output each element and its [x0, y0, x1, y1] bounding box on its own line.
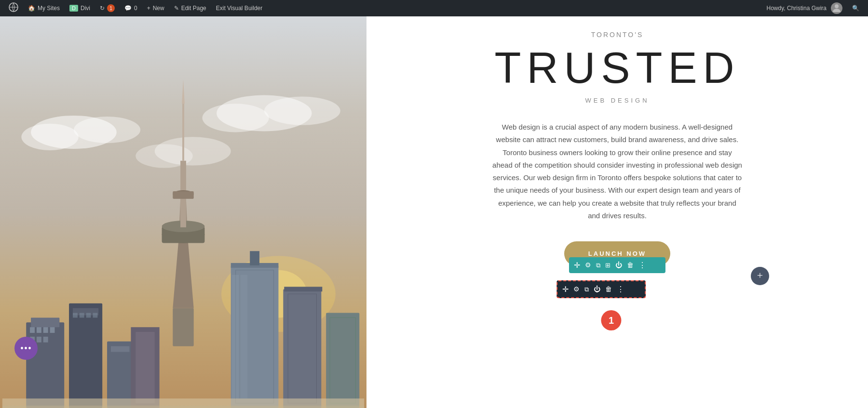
comments-count: 0: [134, 5, 137, 12]
page-content: ••• TORONTO'S TRUSTED WEB DESIGN Web des…: [0, 16, 868, 408]
svg-rect-49: [326, 313, 359, 408]
hero-subtitle-bottom: WEB DESIGN: [585, 97, 649, 104]
dots-icon: •••: [20, 343, 32, 354]
options-button[interactable]: •••: [14, 337, 38, 360]
svg-point-1: [835, 4, 839, 8]
toolbar-grid-icon[interactable]: ⊞: [605, 262, 610, 269]
svg-rect-48: [284, 287, 322, 291]
svg-rect-54: [2, 406, 364, 408]
svg-rect-31: [43, 337, 48, 342]
wordpress-icon: [9, 2, 18, 14]
inner-toolbar-copy-icon[interactable]: ⧉: [584, 286, 589, 293]
inner-toolbar-delete-icon[interactable]: 🗑: [605, 286, 612, 293]
my-sites-label: My Sites: [38, 5, 60, 12]
hero-description: Web design is a crucial aspect of any mo…: [492, 121, 743, 222]
number-badge: 1: [601, 310, 621, 330]
wordpress-logo-link[interactable]: [4, 0, 23, 16]
divi-outer-toolbar: ✛ ⚙ ⧉ ⊞ ⏻ 🗑 ⋮: [569, 257, 665, 273]
toolbar-settings-icon[interactable]: ⚙: [585, 261, 591, 269]
divi-link[interactable]: D Divi: [65, 0, 95, 16]
plus-icon: +: [757, 270, 763, 281]
divi-inner-toolbar: ✛ ⚙ ⧉ ⏻ 🗑 ⋮: [556, 280, 646, 298]
new-link[interactable]: + New: [142, 0, 169, 16]
hero-image-panel: •••: [0, 16, 366, 408]
comments-icon: 💬: [124, 5, 132, 12]
toolbar-copy-icon[interactable]: ⧉: [596, 262, 600, 269]
svg-rect-46: [283, 289, 321, 408]
svg-rect-27: [43, 327, 48, 333]
svg-rect-34: [73, 313, 78, 318]
edit-icon: ✎: [174, 5, 179, 12]
search-link[interactable]: 🔍: [847, 0, 864, 16]
svg-rect-42: [232, 275, 239, 399]
svg-rect-24: [31, 317, 59, 327]
svg-rect-43: [240, 275, 247, 399]
svg-marker-13: [173, 241, 193, 308]
svg-point-9: [264, 96, 340, 125]
svg-rect-21: [182, 104, 184, 160]
comments-link[interactable]: 💬 0: [120, 0, 142, 16]
admin-bar-right: Howdy, Christina Gwira 🔍: [762, 0, 864, 16]
my-sites-link[interactable]: 🏠 My Sites: [23, 0, 65, 16]
badge-number: 1: [609, 315, 614, 326]
svg-rect-25: [30, 327, 35, 333]
svg-rect-23: [26, 322, 64, 408]
svg-marker-22: [182, 80, 185, 104]
svg-point-8: [202, 104, 269, 132]
toronto-skyline: [0, 75, 366, 408]
add-section-button[interactable]: +: [751, 267, 769, 285]
new-plus-icon: +: [147, 5, 150, 12]
inner-toolbar-settings-icon[interactable]: ⚙: [573, 285, 580, 293]
updates-badge: 1: [107, 4, 115, 12]
svg-rect-52: [136, 332, 154, 403]
edit-page-link[interactable]: ✎ Edit Page: [169, 0, 211, 16]
svg-rect-28: [50, 327, 55, 333]
hero-main-title: TRUSTED: [495, 43, 740, 93]
svg-rect-35: [80, 313, 84, 318]
admin-bar: 🏠 My Sites D Divi ↻ 1 💬 0 + New ✎ Edit P…: [0, 0, 868, 16]
svg-rect-37: [93, 313, 97, 318]
svg-rect-30: [37, 337, 41, 342]
svg-rect-39: [111, 346, 130, 352]
hero-subtitle-top: TORONTO'S: [591, 31, 644, 39]
howdy-text: Howdy, Christina Gwira: [767, 5, 827, 12]
toolbar-more-icon[interactable]: ⋮: [638, 261, 646, 270]
my-sites-icon: 🏠: [28, 5, 35, 12]
svg-rect-45: [250, 251, 259, 265]
search-icon: 🔍: [852, 5, 859, 12]
avatar: [831, 2, 842, 14]
toolbar-move-icon[interactable]: ✛: [574, 261, 580, 270]
svg-rect-12: [173, 308, 193, 346]
divi-label: Divi: [81, 5, 90, 12]
updates-link[interactable]: ↻ 1: [95, 0, 120, 16]
svg-rect-26: [37, 327, 41, 333]
right-content-panel: TORONTO'S TRUSTED WEB DESIGN Web design …: [366, 16, 868, 408]
new-label: New: [153, 5, 164, 12]
divi-icon: D: [69, 5, 78, 12]
updates-icon: ↻: [100, 5, 105, 12]
svg-point-5: [21, 124, 78, 150]
svg-rect-20: [173, 191, 193, 199]
edit-page-label: Edit Page: [181, 5, 206, 12]
exit-builder-label: Exit Visual Builder: [216, 5, 263, 12]
inner-toolbar-more-icon[interactable]: ⋮: [617, 285, 624, 294]
toolbar-delete-icon[interactable]: 🗑: [627, 262, 634, 269]
howdy-link[interactable]: Howdy, Christina Gwira: [762, 0, 847, 16]
inner-toolbar-disable-icon[interactable]: ⏻: [594, 286, 600, 293]
svg-point-6: [74, 117, 140, 143]
svg-rect-36: [86, 313, 91, 318]
inner-toolbar-move-icon[interactable]: ✛: [562, 285, 569, 294]
svg-rect-32: [69, 303, 102, 408]
toolbar-disable-icon[interactable]: ⏻: [615, 262, 622, 269]
exit-builder-link[interactable]: Exit Visual Builder: [211, 0, 268, 16]
